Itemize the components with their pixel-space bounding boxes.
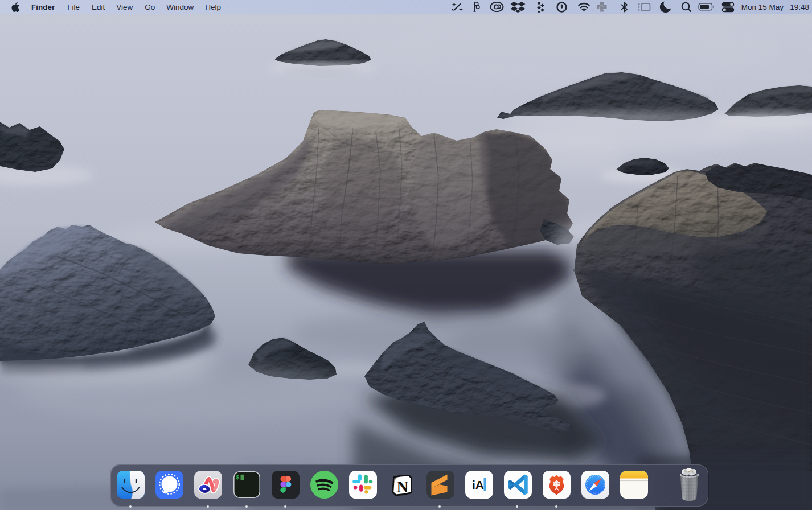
svg-text:$: $ [236,475,239,481]
svg-text:N: N [396,478,408,496]
svg-text:iA: iA [472,478,484,491]
